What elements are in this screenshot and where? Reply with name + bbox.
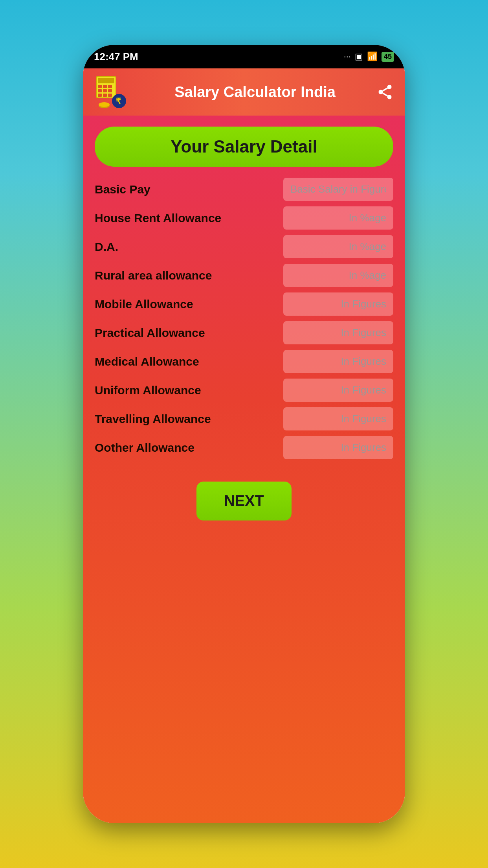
label-mobile-allowance: Mobile Allowance [95, 298, 283, 311]
svg-rect-3 [103, 85, 107, 88]
input-basic-pay[interactable] [283, 178, 393, 201]
svg-rect-1 [98, 78, 114, 83]
status-bar: 12:47 PM ··· ▣ 📶 45 [83, 45, 405, 68]
svg-rect-4 [108, 85, 112, 88]
next-button[interactable]: NEXT [196, 482, 291, 520]
svg-rect-2 [98, 85, 102, 88]
app-content: Your Salary Detail Basic PayHouse Rent A… [83, 116, 405, 823]
input-uniform-allowance[interactable] [283, 379, 393, 402]
app-title: Salary Calculator India [136, 84, 374, 101]
fields-container: Basic PayHouse Rent AllowanceD.A.Rural a… [95, 178, 393, 470]
svg-point-17 [387, 95, 392, 99]
label-hra: House Rent Allowance [95, 211, 283, 225]
svg-text:₹: ₹ [116, 97, 121, 105]
share-button[interactable] [374, 81, 396, 103]
field-row-travelling-allowance: Travelling Allowance [95, 407, 393, 430]
label-practical-allowance: Practical Allowance [95, 326, 283, 340]
svg-rect-8 [98, 94, 102, 97]
field-row-rural-allowance: Rural area allowance [95, 264, 393, 287]
svg-point-15 [387, 85, 392, 89]
input-other-allowance[interactable] [283, 436, 393, 459]
field-row-uniform-allowance: Uniform Allowance [95, 379, 393, 402]
field-row-practical-allowance: Practical Allowance [95, 321, 393, 344]
input-practical-allowance[interactable] [283, 321, 393, 344]
label-other-allowance: Oother Allowance [95, 441, 283, 454]
svg-line-18 [383, 93, 388, 96]
field-row-other-allowance: Oother Allowance [95, 436, 393, 459]
label-basic-pay: Basic Pay [95, 183, 283, 196]
input-rural-allowance[interactable] [283, 264, 393, 287]
status-time: 12:47 PM [94, 51, 138, 63]
svg-point-16 [379, 90, 383, 94]
label-da: D.A. [95, 240, 283, 254]
status-icons: ··· ▣ 📶 45 [344, 51, 394, 62]
svg-rect-9 [103, 94, 107, 97]
wifi-icon: 📶 [367, 51, 378, 62]
label-travelling-allowance: Travelling Allowance [95, 412, 283, 426]
phone-shell: 12:47 PM ··· ▣ 📶 45 ₹ [83, 45, 405, 823]
label-rural-allowance: Rural area allowance [95, 269, 283, 282]
svg-point-14 [99, 102, 110, 107]
svg-rect-7 [108, 89, 112, 92]
input-travelling-allowance[interactable] [283, 407, 393, 430]
field-row-da: D.A. [95, 235, 393, 258]
field-row-medical-allowance: Medical Allowance [95, 350, 393, 373]
input-mobile-allowance[interactable] [283, 292, 393, 316]
label-medical-allowance: Medical Allowance [95, 355, 283, 368]
label-uniform-allowance: Uniform Allowance [95, 384, 283, 397]
input-da[interactable] [283, 235, 393, 258]
dots-icon: ··· [344, 51, 351, 62]
field-row-basic-pay: Basic Pay [95, 178, 393, 201]
salary-detail-heading: Your Salary Detail [95, 127, 393, 167]
input-hra[interactable] [283, 206, 393, 230]
svg-rect-10 [108, 94, 112, 97]
input-medical-allowance[interactable] [283, 350, 393, 373]
sim-icon: ▣ [355, 51, 363, 62]
svg-rect-6 [103, 89, 107, 92]
field-row-hra: House Rent Allowance [95, 206, 393, 230]
battery-icon: 45 [382, 52, 394, 62]
app-logo: ₹ [92, 74, 128, 110]
app-header: ₹ Salary Calculator India [83, 68, 405, 116]
svg-line-19 [383, 88, 388, 91]
field-row-mobile-allowance: Mobile Allowance [95, 292, 393, 316]
svg-rect-5 [98, 89, 102, 92]
